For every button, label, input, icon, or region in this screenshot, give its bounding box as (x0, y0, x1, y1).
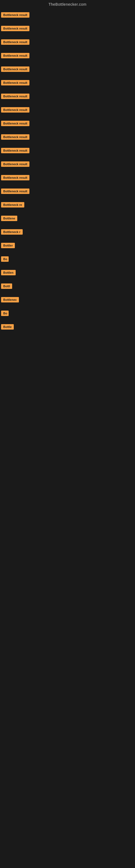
bottleneck-badge: Bo (1, 311, 9, 316)
bottleneck-badge: Bottl (1, 283, 12, 289)
bottleneck-badge: Bottleneck re (1, 202, 24, 208)
result-row: Bottle (1, 322, 135, 332)
bottleneck-badge: Bottlen (1, 270, 16, 275)
result-row: Bottleneck result (1, 145, 135, 156)
bottleneck-badge: Bottleneck result (1, 121, 30, 126)
bottleneck-badge: Bottleneck result (1, 39, 30, 45)
bottleneck-badge: Bottleneck result (1, 26, 30, 31)
result-row: Bottleneck re (1, 199, 135, 210)
result-row: Bottlenec (1, 294, 135, 305)
result-row: Bottleneck result (1, 173, 135, 183)
result-row: Bottleneck result (1, 78, 135, 88)
bottleneck-badge: Bottlenec (1, 297, 19, 303)
result-row: Bottleneck result (1, 64, 135, 74)
result-row: Bottleneck result (1, 51, 135, 61)
bottleneck-badge: Bottleneck result (1, 53, 30, 58)
result-row: Bottleneck result (1, 23, 135, 34)
bottleneck-badge: Bottleneck result (1, 107, 30, 113)
bottleneck-badge: Bottleneck result (1, 148, 30, 153)
result-row: Bo (1, 254, 135, 264)
result-row: Bottleneck result (1, 37, 135, 47)
bottleneck-badge: Bo (1, 256, 9, 262)
bottleneck-badge: Bottleneck result (1, 12, 30, 18)
bottleneck-badge: Bottleneck result (1, 134, 30, 140)
result-row: Bottleneck result (1, 159, 135, 169)
bottleneck-badge: Bottlene (1, 216, 17, 221)
result-row: Bottleneck result (1, 132, 135, 142)
bottleneck-badge: Bottleneck result (1, 161, 30, 167)
result-row: Bottleneck result (1, 105, 135, 115)
badge-list: Bottleneck resultBottleneck resultBottle… (0, 10, 135, 332)
result-row: Bottleneck result (1, 118, 135, 129)
bottleneck-badge: Bottleneck r (1, 229, 23, 235)
result-row: Bottleneck result (1, 10, 135, 20)
result-row: Bottlene (1, 213, 135, 223)
bottleneck-badge: Bottleneck result (1, 175, 30, 180)
bottleneck-badge: Bottle (1, 324, 14, 330)
bottleneck-badge: Bottler (1, 243, 15, 248)
result-row: Bottl (1, 281, 135, 291)
result-row: Bottlen (1, 268, 135, 278)
result-row: Bottler (1, 240, 135, 251)
bottleneck-badge: Bottleneck result (1, 80, 30, 86)
bottleneck-badge: Bottleneck result (1, 66, 30, 72)
result-row: Bo (1, 308, 135, 318)
site-title-bar: TheBottlenecker.com (0, 0, 135, 10)
site-title: TheBottlenecker.com (0, 0, 135, 10)
bottleneck-badge: Bottleneck result (1, 94, 30, 99)
bottleneck-badge: Bottleneck result (1, 188, 30, 194)
result-row: Bottleneck r (1, 227, 135, 237)
result-row: Bottleneck result (1, 91, 135, 101)
result-row: Bottleneck result (1, 186, 135, 196)
